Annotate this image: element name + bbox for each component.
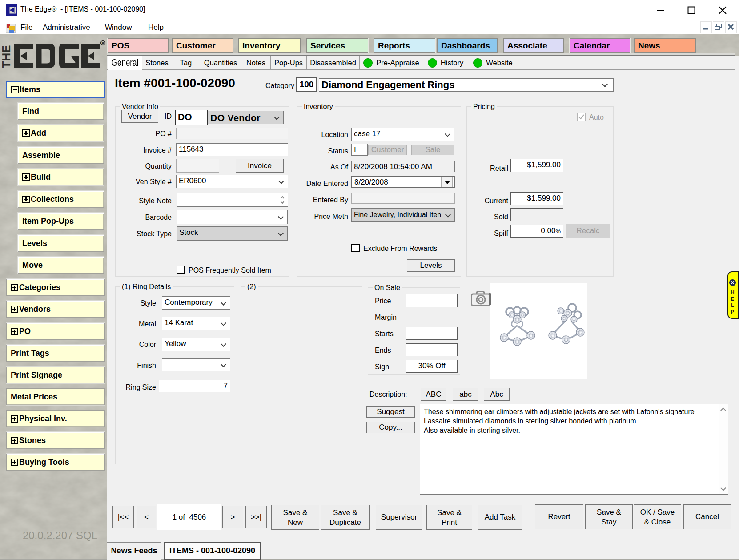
svg-text:R: R (102, 41, 104, 45)
svg-text:THE: THE (0, 45, 13, 68)
